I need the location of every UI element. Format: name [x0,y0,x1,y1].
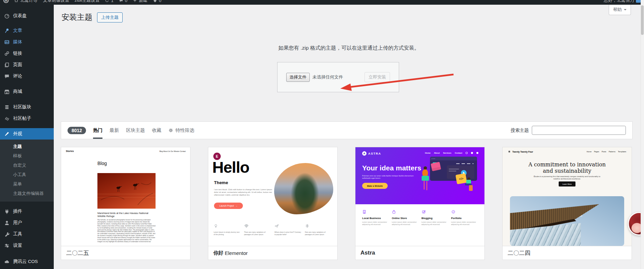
woman-legs [424,180,425,190]
feature-column: There are many variations of passages of… [244,224,271,235]
theme-screenshot-twentytwentyfour: Twenty Twenty Four Home Pages Posts Patt… [503,147,632,246]
preview-subheading: Theme [214,180,228,185]
security-menu[interactable]: 0 [153,0,161,3]
preview-nav: Home About Services Contact [425,152,478,154]
greeting-text: 您好，北鸢情万 [604,0,634,3]
user-icon [4,220,10,226]
preview-hero: A ASTRA Home About Services Contact Your… [355,147,484,204]
submenu-item-theme-editor[interactable]: 主题文件编辑器 [0,189,54,198]
stacked-layers-icon [4,104,10,110]
new-content-menu[interactable]: 新建 [133,0,147,3]
sidebar-item-settings[interactable]: 设置 [0,240,54,251]
lightbulb-icon [214,224,218,228]
sliders-icon [4,243,10,249]
main-content: 帮助 安装主题 上传主题 如果您有 .zip 格式的主题，可以在这里通过上传的方… [54,5,644,269]
birds-illustration [97,173,156,209]
submenu-item-themes[interactable]: 主题 [0,142,54,151]
preview-launch-button: Launch Project → [214,203,243,209]
sidebar-item-forum-posts[interactable]: 社区帖子 [0,113,54,124]
paintbrush-icon [4,131,10,137]
theme-name-en: Elementor [225,250,248,256]
admin-bar: W 北鸢计导 文章前缀设置 zibll主题设置 1 0 新建 0 您好，北鸢情万 [0,0,644,5]
instagram-icon [466,152,468,154]
tab-popular[interactable]: 热门 [93,122,102,139]
search-themes-input[interactable] [532,126,626,135]
scrollbar-thumb[interactable] [641,5,644,35]
feature-filter-toggle[interactable]: 特性筛选 [168,122,194,139]
page-title-bar: 安装主题 上传主题 [61,12,123,22]
paper-plane-icon [274,224,279,228]
help-button[interactable]: 帮助 [609,5,631,15]
preview-body-text: I am text block. Click edit button to ch… [214,188,273,196]
sidebar-item-plugins[interactable]: 插件 [0,206,54,217]
account-menu[interactable]: 您好，北鸢情万 [604,0,641,3]
shopping-bag-icon [392,210,396,214]
post-prefix-settings-menu[interactable]: 文章前缀设置 [43,0,69,3]
sidebar-item-posts[interactable]: 文章 [0,25,54,36]
feature-column: Where does it come from? Contrary to pop… [274,224,302,235]
sidebar-item-forum-sections[interactable]: 社区版块 [0,101,54,113]
sidebar-item-users[interactable]: 用户 [0,217,54,228]
submenu-item-customize[interactable]: 自定义 [0,161,54,170]
pin-icon [4,28,10,34]
tab-block-themes[interactable]: 区块主题 [126,122,145,139]
site-name: 北鸢计导 [20,0,38,3]
theme-name: 二〇二五 [66,249,89,257]
theme-card-hello-elementor[interactable]: E Hello Theme I am text block. Click edi… [208,147,338,260]
dash [462,163,465,164]
preview-architecture-photo [510,196,624,246]
theme-search: 搜索主题 [511,122,626,139]
theme-card-astra[interactable]: A ASTRA Home About Services Contact Your… [355,147,485,260]
upload-theme-button[interactable]: 上传主题 [97,12,123,22]
tab-favorites[interactable]: 收藏 [152,122,161,139]
theme-name-bar[interactable]: 你好 Elementor [208,246,337,260]
theme-card-twentytwentyfour[interactable]: Twenty Twenty Four Home Pages Posts Patt… [502,147,632,260]
site-name-menu[interactable]: 北鸢计导 [14,0,38,3]
zibll-settings-menu[interactable]: zibll主题设置 [75,0,99,3]
sidebar-item-comments[interactable]: 评论 [0,70,54,82]
sidebar-item-zibll-store[interactable]: zibll商城中心 [0,267,54,269]
page-title: 安装主题 [61,12,92,22]
sidebar-item-dashboard[interactable]: 仪表盘 [0,10,54,21]
wp-logo-menu[interactable]: W [3,0,9,3]
install-now-button[interactable]: 立即安装 [364,72,390,82]
theme-card-twentytwentyfive[interactable]: Stories Blog About Us Our Mission Contac… [61,147,190,260]
sidebar-item-tencent-cos[interactable]: 腾讯云 COS [0,256,54,267]
sidebar-item-tools[interactable]: 工具 [0,228,54,240]
building-icon [362,210,367,214]
preview-blob-photo [274,163,333,214]
theme-name-bar[interactable]: 二〇二四 [503,246,632,260]
woman-skirt [422,176,429,181]
theme-name-bar[interactable]: Astra [355,246,484,260]
upload-form: 选择文件 未选择任何文件 立即安装 [277,62,399,92]
theme-name: Astra [360,250,375,256]
check-circle-icon [451,210,456,214]
cloud-icon [4,259,10,265]
scrollbar-track[interactable] [641,0,644,269]
sidebar-item-pages[interactable]: 页面 [0,59,54,70]
code-sign-illustration: </> [456,173,467,184]
sidebar-item-links[interactable]: 链接 [0,48,54,59]
appearance-submenu: 主题 样板 自定义 小工具 菜单 主题文件编辑器 [0,140,54,202]
updates-menu[interactable]: 1 [105,0,113,3]
submenu-item-patterns[interactable]: 样板 [0,151,54,161]
tab-latest[interactable]: 最新 [110,122,119,139]
preview-nav: Home Pages Posts Patterns Templates [587,151,626,153]
sidebar-item-shop[interactable]: 商城 [0,86,54,97]
sidebar-item-appearance[interactable]: 外观 [0,128,54,140]
sidebar-item-media[interactable]: 媒体 [0,36,54,48]
comments-menu[interactable]: 0 [119,0,127,3]
feature-column: Here are many variations of passages of … [305,224,332,235]
pencil-square-icon [422,210,426,214]
preview-learn-more-button: Learn More [559,181,575,186]
submenu-item-menus[interactable]: 菜单 [0,179,54,189]
choose-file-button[interactable]: 选择文件 [286,73,310,82]
theme-grid: Stories Blog About Us Our Mission Contac… [61,147,632,260]
storefront-icon [4,89,10,95]
filter-links: 8012 热门 最新 区块主题 收藏 特性筛选 [68,122,194,139]
theme-name-bar[interactable]: 二〇二五 [61,246,190,260]
shield-icon [153,0,157,3]
submenu-item-widgets[interactable]: 小工具 [0,170,54,179]
feature-column: Blogging Lorem ipsum dolor consectetur a… [422,210,448,226]
stool [469,185,473,191]
